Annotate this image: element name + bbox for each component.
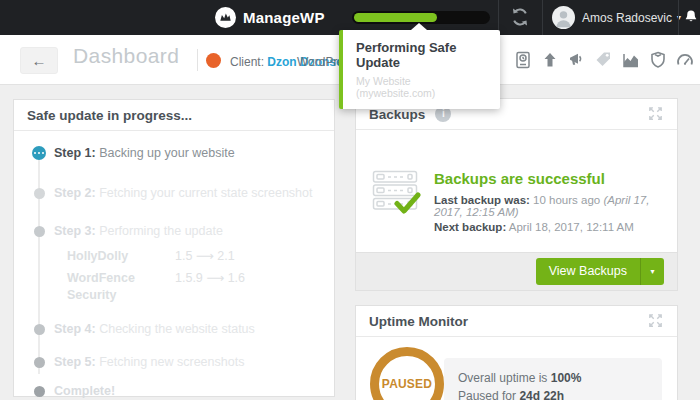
step-label: Complete! <box>54 384 115 398</box>
plugin-versions: 1.5.9 ⟶ 1.6 <box>175 270 245 304</box>
step-text: Fetching new screenshots <box>99 355 244 369</box>
step-pending-dot <box>34 324 45 335</box>
client-label: Client: <box>230 55 264 69</box>
analytics-icon[interactable] <box>621 50 641 70</box>
tooltip-subtitle: My Website (mywebsite.com) <box>356 75 490 99</box>
plugin-versions: 1.5 ⟶ 2.1 <box>175 248 235 265</box>
view-backups-button[interactable]: View Backups ▾ <box>536 258 664 285</box>
overall-uptime-label: Overall uptime is <box>458 371 551 385</box>
step-row-5: Step 5: Fetching new screenshots <box>32 354 320 371</box>
step-text: Fetching your current state screenshot <box>99 186 312 200</box>
bell-icon[interactable] <box>682 8 700 28</box>
back-button[interactable]: ← <box>20 47 58 74</box>
uptime-body: PAUSED Overall uptime is 100% Paused for… <box>356 337 677 400</box>
expand-icon[interactable] <box>646 105 664 123</box>
view-backups-caret-icon[interactable]: ▾ <box>640 258 664 285</box>
step-label: Step 1: <box>54 146 96 160</box>
step-label: Step 4: <box>54 322 96 336</box>
step-label: Step 3: <box>54 224 96 238</box>
safe-update-steps: Step 1: Backing up your website Step 2: … <box>14 131 334 400</box>
step-row-3: Step 3: Performing the update <box>32 223 320 240</box>
site-toolbar <box>513 50 695 70</box>
backups-body: Backups are successful Last backup was: … <box>356 130 677 252</box>
safe-update-tooltip: Performing Safe Update My Website (myweb… <box>339 30 500 109</box>
step-text: Performing the update <box>99 224 223 238</box>
last-backup-line: Last backup was: 10 hours ago (April 17,… <box>434 194 677 218</box>
managewp-logo-icon <box>215 7 236 28</box>
header-divider <box>197 49 198 71</box>
topbar-divider <box>678 0 679 35</box>
step-text: Checking the website status <box>99 322 255 336</box>
update-icon[interactable] <box>540 50 560 70</box>
paused-for-value: 24d 22h <box>519 389 564 400</box>
step-pending-dot <box>34 226 45 237</box>
step-label: Step 2: <box>54 186 96 200</box>
backup-icon[interactable] <box>513 50 533 70</box>
topbar-divider <box>542 0 543 35</box>
success-check-icon <box>394 192 421 219</box>
step-label: Step 5: <box>54 355 96 369</box>
overall-uptime-line: Overall uptime is 100% <box>458 369 648 387</box>
performance-icon[interactable] <box>675 50 695 70</box>
step-pending-dot <box>34 188 45 199</box>
uptime-monitor-widget: Uptime Monitor PAUSED Overall uptime is … <box>355 305 678 400</box>
step-row-4: Step 4: Checking the website status <box>32 321 320 338</box>
security-icon[interactable] <box>648 50 668 70</box>
overall-uptime-value: 100% <box>551 371 582 385</box>
tooltip-title: Performing Safe Update <box>356 40 490 70</box>
update-item-row: WordFence Security 1.5.9 ⟶ 1.6 <box>67 270 320 304</box>
tag-icon[interactable] <box>594 50 614 70</box>
brand-name: ManageWP <box>243 9 325 26</box>
brand[interactable]: ManageWP <box>215 0 325 35</box>
step-row-1: Step 1: Backing up your website <box>32 145 320 162</box>
backup-status-text: Backups are successful <box>434 170 677 187</box>
last-backup-value: 10 hours ago <box>530 194 604 206</box>
user-name: Amos Radosevic <box>582 11 672 25</box>
paused-badge: PAUSED <box>382 377 432 391</box>
refresh-icon[interactable] <box>508 6 532 30</box>
step-active-dot <box>32 146 46 160</box>
megaphone-icon[interactable] <box>567 50 587 70</box>
paused-for-label: Paused for <box>458 389 519 400</box>
paused-for-line: Paused for 24d 22h <box>458 387 648 400</box>
update-item-row: HollyDolly 1.5 ⟶ 2.1 <box>67 248 320 265</box>
uptime-summary-box: Overall uptime is 100% Paused for 24d 22… <box>444 358 662 400</box>
user-menu[interactable]: Amos Radosevic ▾ <box>552 0 681 35</box>
plugin-name: HollyDolly <box>67 248 175 265</box>
progress-fill <box>354 13 437 22</box>
safe-update-title: Safe update in progress... <box>27 108 192 123</box>
next-backup-value: April 18, 2017, 12:11 AM <box>506 221 634 233</box>
expand-icon[interactable] <box>646 312 664 330</box>
view-backups-label[interactable]: View Backups <box>536 258 640 285</box>
step-pending-dot <box>34 357 45 368</box>
next-backup-line: Next backup: April 18, 2017, 12:11 AM <box>434 221 677 233</box>
safe-update-header: Safe update in progress... <box>14 100 334 131</box>
plugin-name: WordFence Security <box>67 270 175 304</box>
site-status-dot <box>206 53 221 68</box>
next-backup-label: Next backup: <box>434 221 506 233</box>
backup-details: Backups are successful Last backup was: … <box>434 170 677 236</box>
paused-ring: PAUSED <box>370 347 444 400</box>
step-text: Backing up your website <box>99 146 235 160</box>
step-pending-dot <box>34 386 45 397</box>
last-backup-label: Last backup was: <box>434 194 530 206</box>
safe-update-panel: Safe update in progress... Step 1: Backi… <box>13 99 335 397</box>
uptime-header: Uptime Monitor <box>356 306 677 337</box>
step-row-complete: Complete! <box>32 383 320 400</box>
backups-widget: Backups i <box>355 98 678 291</box>
uptime-title: Uptime Monitor <box>369 314 468 329</box>
page-title: Dashboard <box>73 44 179 68</box>
avatar <box>552 6 575 29</box>
managewp-dashboard: ManageWP Amos Radosevic ▾ <box>0 0 700 400</box>
backups-footer: View Backups ▾ <box>356 252 677 290</box>
step-row-2: Step 2: Fetching your current state scre… <box>32 185 320 202</box>
